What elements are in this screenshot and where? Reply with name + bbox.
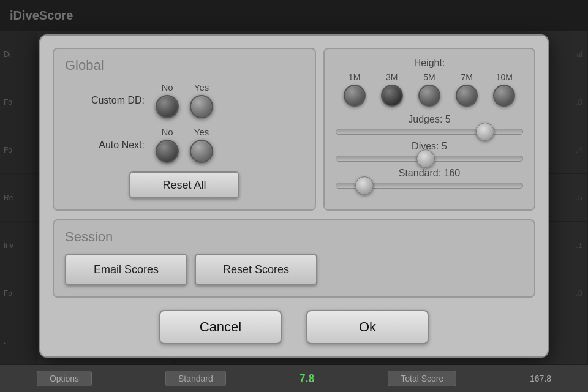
height-7m-button[interactable] xyxy=(456,85,478,107)
custom-dd-no-button[interactable] xyxy=(156,95,179,118)
email-scores-button[interactable]: Email Scores xyxy=(65,254,187,285)
judges-track[interactable] xyxy=(336,129,523,135)
height-5m-label: 5M xyxy=(423,72,435,82)
auto-next-yes-button[interactable] xyxy=(190,140,213,163)
height-10m-button[interactable] xyxy=(493,85,515,107)
standard-track[interactable] xyxy=(336,183,523,189)
session-panel-label: Session xyxy=(65,229,523,245)
height-3m: 3M xyxy=(381,72,403,107)
height-1m-button[interactable] xyxy=(344,85,366,107)
judges-label: Judges: 5 xyxy=(336,114,523,125)
height-section: Height: 1M 3M 5M xyxy=(336,58,523,107)
height-1m-label: 1M xyxy=(349,72,360,82)
modal-footer: Cancel Ok xyxy=(53,306,535,344)
custom-dd-yes-text: Yes xyxy=(194,82,209,92)
total-score-value: 167.8 xyxy=(530,374,551,383)
modal-overlay: Global Custom DD: No Yes Auto Next: xyxy=(0,0,588,392)
custom-dd-no-group: No xyxy=(156,82,179,118)
height-5m: 5M xyxy=(418,72,440,107)
global-panel-label: Global xyxy=(65,58,304,74)
cancel-button[interactable]: Cancel xyxy=(159,310,282,344)
ok-button[interactable]: Ok xyxy=(306,310,429,344)
height-7m: 7M xyxy=(456,72,478,107)
app-footer: Options Standard 7.8 Total Score 167.8 xyxy=(0,365,588,392)
auto-next-label: Auto Next: xyxy=(65,140,145,151)
session-buttons: Email Scores Reset Scores xyxy=(65,254,523,285)
auto-next-row: Auto Next: No Yes xyxy=(65,127,304,163)
custom-dd-label: Custom DD: xyxy=(65,95,145,106)
judges-section: Judges: 5 xyxy=(336,114,523,135)
standard-section: Standard: 160 xyxy=(336,168,523,189)
custom-dd-yes-button[interactable] xyxy=(190,95,213,118)
height-1m: 1M xyxy=(344,72,366,107)
dives-track[interactable] xyxy=(336,156,523,162)
reset-scores-button[interactable]: Reset Scores xyxy=(195,254,317,285)
auto-next-yes-text: Yes xyxy=(194,127,209,137)
auto-next-no-group: No xyxy=(156,127,179,163)
score-display: 7.8 xyxy=(299,372,314,385)
height-10m-label: 10M xyxy=(496,72,513,82)
height-10m: 10M xyxy=(493,72,515,107)
custom-dd-no-text: No xyxy=(161,82,173,92)
session-panel: Session Email Scores Reset Scores xyxy=(53,219,535,298)
custom-dd-yes-group: Yes xyxy=(190,82,213,118)
custom-dd-row: Custom DD: No Yes xyxy=(65,82,304,118)
right-panel: Height: 1M 3M 5M xyxy=(323,48,535,211)
judges-thumb[interactable] xyxy=(476,123,494,141)
height-3m-label: 3M xyxy=(386,72,398,82)
dives-thumb[interactable] xyxy=(417,149,435,168)
height-3m-button[interactable] xyxy=(381,85,403,107)
auto-next-no-button[interactable] xyxy=(156,140,179,163)
settings-modal: Global Custom DD: No Yes Auto Next: xyxy=(39,34,549,358)
reset-all-button[interactable]: Reset All xyxy=(129,172,239,198)
modal-top-section: Global Custom DD: No Yes Auto Next: xyxy=(53,48,535,211)
dives-section: Dives: 5 xyxy=(336,141,523,162)
options-button[interactable]: Options xyxy=(37,371,92,386)
height-5m-button[interactable] xyxy=(418,85,440,107)
global-panel: Global Custom DD: No Yes Auto Next: xyxy=(53,48,316,211)
height-section-title: Height: xyxy=(336,58,523,69)
height-7m-label: 7M xyxy=(461,72,472,82)
standard-button[interactable]: Standard xyxy=(165,371,226,386)
standard-thumb[interactable] xyxy=(355,176,374,195)
total-score-button[interactable]: Total Score xyxy=(388,371,456,386)
auto-next-yes-group: Yes xyxy=(190,127,213,163)
height-buttons: 1M 3M 5M 7M xyxy=(336,72,523,107)
auto-next-no-text: No xyxy=(161,127,173,137)
